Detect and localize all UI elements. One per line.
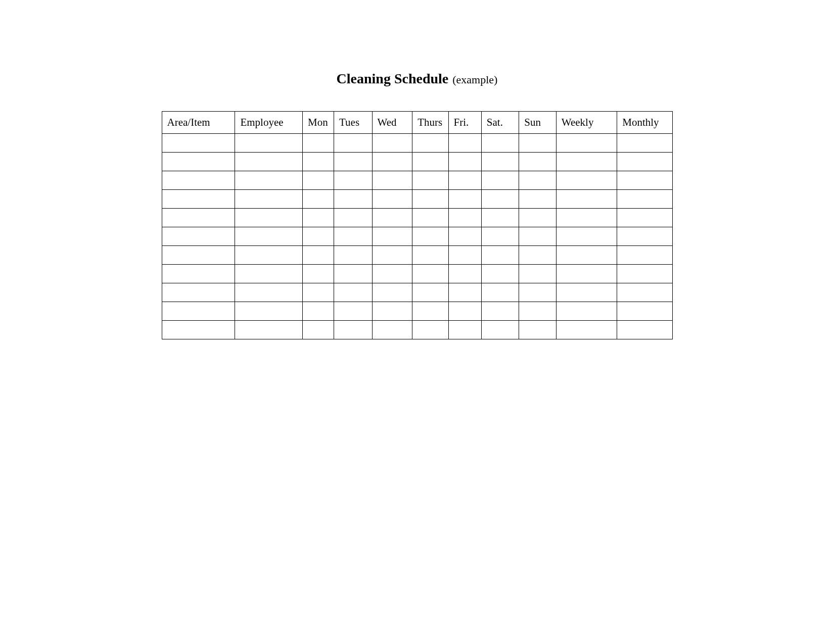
- cell: [448, 134, 481, 153]
- header-sun: Sun: [519, 112, 556, 134]
- cell: [448, 246, 481, 265]
- cell: [372, 246, 412, 265]
- cell: [235, 321, 303, 339]
- cell: [617, 171, 672, 190]
- table-row: [162, 153, 672, 171]
- cell: [556, 227, 617, 246]
- cell: [162, 171, 235, 190]
- cell: [372, 153, 412, 171]
- cell: [334, 171, 373, 190]
- cell: [556, 302, 617, 321]
- cell: [162, 246, 235, 265]
- cell: [303, 171, 334, 190]
- cell: [303, 153, 334, 171]
- page-title: Cleaning Schedule: [337, 71, 449, 86]
- cell: [481, 190, 519, 209]
- cell: [334, 190, 373, 209]
- cell: [617, 246, 672, 265]
- cell: [481, 302, 519, 321]
- cell: [481, 153, 519, 171]
- cell: [617, 265, 672, 283]
- cell: [617, 283, 672, 302]
- page-subtitle: (example): [452, 73, 497, 86]
- cell: [372, 171, 412, 190]
- cell: [617, 227, 672, 246]
- table-row: [162, 246, 672, 265]
- cell: [372, 302, 412, 321]
- cell: [412, 283, 448, 302]
- cell: [481, 134, 519, 153]
- cell: [519, 190, 556, 209]
- cell: [519, 209, 556, 227]
- header-monthly: Monthly: [617, 112, 672, 134]
- cell: [334, 209, 373, 227]
- cell: [235, 227, 303, 246]
- cell: [519, 134, 556, 153]
- cell: [412, 190, 448, 209]
- header-tues: Tues: [334, 112, 373, 134]
- cell: [519, 302, 556, 321]
- header-thurs: Thurs: [412, 112, 448, 134]
- cell: [303, 190, 334, 209]
- cell: [448, 265, 481, 283]
- cell: [448, 227, 481, 246]
- cell: [235, 190, 303, 209]
- cell: [235, 209, 303, 227]
- cell: [617, 209, 672, 227]
- cell: [334, 321, 373, 339]
- cell: [372, 321, 412, 339]
- cell: [162, 153, 235, 171]
- cell: [448, 153, 481, 171]
- cell: [162, 321, 235, 339]
- header-wed: Wed: [372, 112, 412, 134]
- cell: [235, 302, 303, 321]
- document-page: Cleaning Schedule (example) Area/Item Em…: [0, 0, 834, 339]
- cell: [519, 321, 556, 339]
- cell: [617, 321, 672, 339]
- cell: [334, 246, 373, 265]
- cell: [372, 227, 412, 246]
- table-row: [162, 265, 672, 283]
- cell: [412, 265, 448, 283]
- cell: [519, 153, 556, 171]
- cell: [481, 209, 519, 227]
- cell: [519, 171, 556, 190]
- table-row: [162, 321, 672, 339]
- header-employee: Employee: [235, 112, 303, 134]
- cell: [235, 171, 303, 190]
- cell: [235, 246, 303, 265]
- cell: [412, 153, 448, 171]
- cell: [519, 283, 556, 302]
- cell: [481, 246, 519, 265]
- cell: [556, 209, 617, 227]
- cell: [519, 265, 556, 283]
- cell: [481, 283, 519, 302]
- cell: [162, 227, 235, 246]
- cell: [334, 227, 373, 246]
- cell: [448, 321, 481, 339]
- cell: [412, 321, 448, 339]
- cell: [303, 227, 334, 246]
- cell: [617, 134, 672, 153]
- cell: [448, 209, 481, 227]
- cell: [448, 302, 481, 321]
- cell: [162, 265, 235, 283]
- cell: [412, 134, 448, 153]
- cell: [334, 265, 373, 283]
- cell: [334, 302, 373, 321]
- cell: [303, 209, 334, 227]
- cell: [481, 321, 519, 339]
- cell: [372, 283, 412, 302]
- cell: [448, 283, 481, 302]
- cell: [334, 134, 373, 153]
- cell: [448, 190, 481, 209]
- cell: [162, 190, 235, 209]
- header-weekly: Weekly: [556, 112, 617, 134]
- cell: [556, 153, 617, 171]
- header-area-item: Area/Item: [162, 112, 235, 134]
- header-mon: Mon: [303, 112, 334, 134]
- cell: [481, 227, 519, 246]
- cell: [235, 153, 303, 171]
- cell: [617, 153, 672, 171]
- cell: [556, 171, 617, 190]
